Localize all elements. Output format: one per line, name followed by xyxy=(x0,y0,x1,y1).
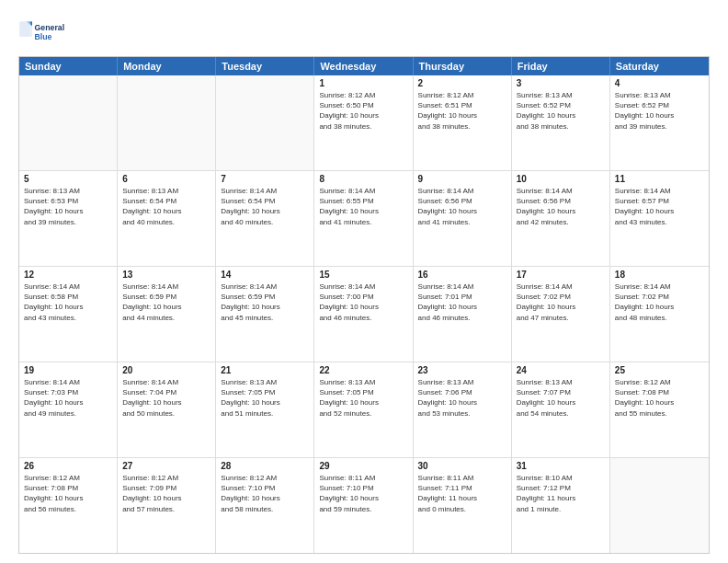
day-number: 21 xyxy=(221,365,309,375)
day-number: 24 xyxy=(517,365,605,375)
day-info: Sunrise: 8:14 AM Sunset: 7:02 PM Dayligh… xyxy=(517,282,605,323)
day-info: Sunrise: 8:11 AM Sunset: 7:11 PM Dayligh… xyxy=(418,473,506,514)
logo-svg: General Blue xyxy=(18,14,64,49)
day-number: 22 xyxy=(319,365,407,375)
day-info: Sunrise: 8:12 AM Sunset: 7:08 PM Dayligh… xyxy=(615,377,704,419)
day-number: 25 xyxy=(615,365,704,375)
day-number: 12 xyxy=(24,270,112,280)
calendar-week-1: 1Sunrise: 8:12 AM Sunset: 6:50 PM Daylig… xyxy=(19,75,709,171)
day-number: 27 xyxy=(122,461,210,471)
day-cell-18: 18Sunrise: 8:14 AM Sunset: 7:02 PM Dayli… xyxy=(610,267,709,362)
day-header-thursday: Thursday xyxy=(414,57,512,75)
day-number: 15 xyxy=(319,270,407,280)
day-info: Sunrise: 8:14 AM Sunset: 7:04 PM Dayligh… xyxy=(122,377,210,419)
day-info: Sunrise: 8:12 AM Sunset: 7:10 PM Dayligh… xyxy=(221,473,309,514)
day-cell-10: 10Sunrise: 8:14 AM Sunset: 6:56 PM Dayli… xyxy=(512,171,610,266)
day-cell-25: 25Sunrise: 8:12 AM Sunset: 7:08 PM Dayli… xyxy=(610,362,709,457)
day-number: 28 xyxy=(221,461,309,471)
day-header-saturday: Saturday xyxy=(610,57,709,75)
day-number: 19 xyxy=(24,365,112,375)
day-number: 23 xyxy=(418,365,506,375)
day-number: 13 xyxy=(122,270,210,280)
header: General Blue xyxy=(18,14,710,49)
day-info: Sunrise: 8:12 AM Sunset: 7:08 PM Dayligh… xyxy=(24,473,112,514)
day-number: 17 xyxy=(517,270,605,280)
day-cell-7: 7Sunrise: 8:14 AM Sunset: 6:54 PM Daylig… xyxy=(216,171,314,266)
day-info: Sunrise: 8:14 AM Sunset: 7:01 PM Dayligh… xyxy=(418,282,506,323)
day-cell-23: 23Sunrise: 8:13 AM Sunset: 7:06 PM Dayli… xyxy=(414,362,512,457)
empty-cell-r4c6 xyxy=(610,458,709,553)
day-info: Sunrise: 8:13 AM Sunset: 7:05 PM Dayligh… xyxy=(221,377,309,419)
logo: General Blue xyxy=(18,14,64,49)
day-number: 3 xyxy=(517,78,605,88)
day-cell-29: 29Sunrise: 8:11 AM Sunset: 7:10 PM Dayli… xyxy=(314,458,413,553)
empty-cell-r0c0 xyxy=(19,75,118,170)
day-info: Sunrise: 8:14 AM Sunset: 6:55 PM Dayligh… xyxy=(319,186,407,227)
day-number: 20 xyxy=(122,365,210,375)
day-number: 16 xyxy=(418,270,506,280)
day-cell-14: 14Sunrise: 8:14 AM Sunset: 6:59 PM Dayli… xyxy=(216,267,314,362)
day-cell-4: 4Sunrise: 8:13 AM Sunset: 6:52 PM Daylig… xyxy=(610,75,709,170)
day-cell-19: 19Sunrise: 8:14 AM Sunset: 7:03 PM Dayli… xyxy=(19,362,118,457)
empty-cell-r0c2 xyxy=(216,75,314,170)
day-info: Sunrise: 8:14 AM Sunset: 6:56 PM Dayligh… xyxy=(418,186,506,227)
calendar-week-5: 26Sunrise: 8:12 AM Sunset: 7:08 PM Dayli… xyxy=(19,458,709,553)
day-cell-20: 20Sunrise: 8:14 AM Sunset: 7:04 PM Dayli… xyxy=(118,362,216,457)
day-cell-13: 13Sunrise: 8:14 AM Sunset: 6:59 PM Dayli… xyxy=(118,267,216,362)
day-info: Sunrise: 8:14 AM Sunset: 6:57 PM Dayligh… xyxy=(615,186,704,227)
day-number: 26 xyxy=(24,461,112,471)
day-info: Sunrise: 8:14 AM Sunset: 6:58 PM Dayligh… xyxy=(24,282,112,323)
svg-text:General: General xyxy=(35,23,65,32)
day-number: 1 xyxy=(319,78,407,88)
day-number: 18 xyxy=(615,270,704,280)
day-number: 7 xyxy=(221,174,309,184)
page: General Blue SundayMondayTuesdayWednesda… xyxy=(0,0,728,563)
empty-cell-r0c1 xyxy=(118,75,216,170)
day-info: Sunrise: 8:13 AM Sunset: 6:53 PM Dayligh… xyxy=(24,186,112,227)
day-cell-27: 27Sunrise: 8:12 AM Sunset: 7:09 PM Dayli… xyxy=(118,458,216,553)
day-info: Sunrise: 8:13 AM Sunset: 6:52 PM Dayligh… xyxy=(517,90,605,132)
day-info: Sunrise: 8:14 AM Sunset: 7:03 PM Dayligh… xyxy=(24,377,112,419)
day-cell-28: 28Sunrise: 8:12 AM Sunset: 7:10 PM Dayli… xyxy=(216,458,314,553)
day-cell-30: 30Sunrise: 8:11 AM Sunset: 7:11 PM Dayli… xyxy=(414,458,512,553)
day-info: Sunrise: 8:13 AM Sunset: 6:52 PM Dayligh… xyxy=(615,90,704,132)
day-cell-2: 2Sunrise: 8:12 AM Sunset: 6:51 PM Daylig… xyxy=(414,75,512,170)
day-number: 31 xyxy=(517,461,605,471)
day-cell-9: 9Sunrise: 8:14 AM Sunset: 6:56 PM Daylig… xyxy=(414,171,512,266)
day-cell-11: 11Sunrise: 8:14 AM Sunset: 6:57 PM Dayli… xyxy=(610,171,709,266)
day-info: Sunrise: 8:14 AM Sunset: 6:54 PM Dayligh… xyxy=(221,186,309,227)
day-info: Sunrise: 8:12 AM Sunset: 7:09 PM Dayligh… xyxy=(122,473,210,514)
day-cell-1: 1Sunrise: 8:12 AM Sunset: 6:50 PM Daylig… xyxy=(314,75,413,170)
day-cell-31: 31Sunrise: 8:10 AM Sunset: 7:12 PM Dayli… xyxy=(512,458,610,553)
day-number: 30 xyxy=(418,461,506,471)
calendar: SundayMondayTuesdayWednesdayThursdayFrid… xyxy=(18,56,710,554)
day-info: Sunrise: 8:13 AM Sunset: 6:54 PM Dayligh… xyxy=(122,186,210,227)
day-info: Sunrise: 8:14 AM Sunset: 6:56 PM Dayligh… xyxy=(517,186,605,227)
day-cell-3: 3Sunrise: 8:13 AM Sunset: 6:52 PM Daylig… xyxy=(512,75,610,170)
day-info: Sunrise: 8:12 AM Sunset: 6:51 PM Dayligh… xyxy=(418,90,506,132)
day-number: 6 xyxy=(122,174,210,184)
day-number: 2 xyxy=(418,78,506,88)
day-header-wednesday: Wednesday xyxy=(314,57,413,75)
svg-text:Blue: Blue xyxy=(35,32,52,41)
day-number: 9 xyxy=(418,174,506,184)
calendar-week-3: 12Sunrise: 8:14 AM Sunset: 6:58 PM Dayli… xyxy=(19,267,709,362)
day-number: 10 xyxy=(517,174,605,184)
day-number: 14 xyxy=(221,270,309,280)
day-info: Sunrise: 8:10 AM Sunset: 7:12 PM Dayligh… xyxy=(517,473,605,514)
day-header-tuesday: Tuesday xyxy=(216,57,314,75)
day-info: Sunrise: 8:11 AM Sunset: 7:10 PM Dayligh… xyxy=(319,473,407,514)
day-info: Sunrise: 8:13 AM Sunset: 7:05 PM Dayligh… xyxy=(319,377,407,419)
calendar-week-4: 19Sunrise: 8:14 AM Sunset: 7:03 PM Dayli… xyxy=(19,362,709,458)
day-header-friday: Friday xyxy=(512,57,610,75)
day-number: 11 xyxy=(615,174,704,184)
day-cell-16: 16Sunrise: 8:14 AM Sunset: 7:01 PM Dayli… xyxy=(414,267,512,362)
day-number: 4 xyxy=(615,78,704,88)
day-cell-12: 12Sunrise: 8:14 AM Sunset: 6:58 PM Dayli… xyxy=(19,267,118,362)
day-info: Sunrise: 8:13 AM Sunset: 7:07 PM Dayligh… xyxy=(517,377,605,419)
day-cell-6: 6Sunrise: 8:13 AM Sunset: 6:54 PM Daylig… xyxy=(118,171,216,266)
day-info: Sunrise: 8:13 AM Sunset: 7:06 PM Dayligh… xyxy=(418,377,506,419)
day-cell-8: 8Sunrise: 8:14 AM Sunset: 6:55 PM Daylig… xyxy=(314,171,413,266)
day-info: Sunrise: 8:12 AM Sunset: 6:50 PM Dayligh… xyxy=(319,90,407,132)
day-header-sunday: Sunday xyxy=(19,57,118,75)
